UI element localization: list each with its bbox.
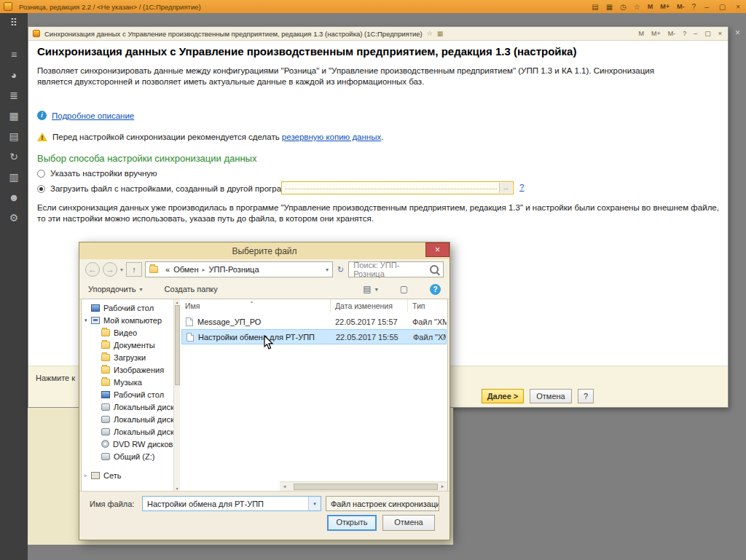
- tree-item-label: Сеть: [103, 471, 121, 480]
- breadcrumb-overflow[interactable]: «: [165, 265, 170, 274]
- new-folder-button[interactable]: Создать папку: [164, 285, 217, 293]
- memory-m-button[interactable]: М: [637, 30, 645, 37]
- view-mode-button[interactable]: ▤ ▾: [363, 284, 377, 294]
- backup-link[interactable]: резервную копию данных: [282, 133, 381, 141]
- tree-item[interactable]: Рабочий стол: [82, 388, 173, 401]
- settings-gear-icon[interactable]: ⚙: [7, 212, 20, 224]
- preview-pane-icon[interactable]: ▢: [400, 284, 408, 294]
- sync-icon[interactable]: ↻: [7, 151, 20, 162]
- user-icon[interactable]: ☻: [7, 192, 20, 203]
- minimize-window-button[interactable]: –: [703, 3, 710, 11]
- tree-item[interactable]: Документы: [82, 339, 173, 351]
- tree-expander-icon[interactable]: ▹: [85, 473, 91, 478]
- catalog-grid-icon[interactable]: ▦: [7, 110, 20, 122]
- address-dropdown-icon[interactable]: ▾: [326, 267, 329, 273]
- dialog-close-button[interactable]: ×: [425, 242, 449, 257]
- note-text: Если синхронизация данных уже производил…: [37, 202, 726, 224]
- forward-button[interactable]: →: [103, 262, 117, 277]
- file-row[interactable]: Настройки обмена для РТ-УПП22.05.2017 15…: [181, 329, 447, 344]
- tree-expander-icon[interactable]: ▾: [85, 318, 91, 323]
- search-input[interactable]: Поиск: УПП-Розница: [348, 261, 444, 277]
- close-window-button[interactable]: ×: [734, 3, 742, 11]
- tree-item[interactable]: Рабочий стол: [82, 301, 173, 314]
- close-window-button[interactable]: ×: [717, 30, 723, 37]
- memory-m-button[interactable]: М: [648, 3, 653, 10]
- details-link[interactable]: Подробное описание: [52, 111, 134, 120]
- calendar-icon[interactable]: ▦: [606, 3, 613, 11]
- favorites-star-icon[interactable]: ☆: [634, 3, 640, 11]
- memory-mplus-button[interactable]: М+: [650, 30, 662, 37]
- tree-scrollbar[interactable]: ▴ ▾: [173, 299, 180, 491]
- tree-item[interactable]: Общий (Z:): [82, 450, 173, 462]
- filename-combobox[interactable]: Настройки обмена для РТ-УПП ▾: [142, 496, 321, 511]
- open-button[interactable]: Открыть: [327, 515, 377, 531]
- tree-item[interactable]: Локальный диск: [82, 413, 173, 425]
- memory-mminus-button[interactable]: М-: [667, 30, 678, 37]
- chevron-down-icon[interactable]: ▾: [308, 497, 321, 510]
- column-header-type[interactable]: Тип: [408, 299, 447, 312]
- scroll-down-icon[interactable]: ▾: [176, 486, 178, 491]
- documents-list-icon[interactable]: ≣: [7, 90, 20, 101]
- field-help-link[interactable]: ?: [519, 183, 524, 192]
- browse-button[interactable]: ...: [499, 183, 512, 193]
- refresh-icon[interactable]: ↻: [336, 265, 345, 275]
- history-dropdown-icon[interactable]: ▾: [120, 267, 123, 273]
- tree-item[interactable]: Локальный диск: [82, 401, 173, 413]
- address-bar[interactable]: « Обмен ▸ УПП-Розница ▾: [145, 261, 333, 277]
- main-menu-icon[interactable]: ≡: [7, 49, 20, 60]
- sales-icon[interactable]: ▤: [7, 130, 20, 142]
- file-row[interactable]: Message_УП_РО22.05.2017 15:57Файл "XML": [181, 314, 447, 329]
- cancel-button[interactable]: Отмена: [530, 389, 572, 403]
- back-button[interactable]: ←: [85, 262, 100, 277]
- radio-option-load-file[interactable]: Загрузить файл с настройками, созданный …: [37, 184, 297, 193]
- tree-item[interactable]: Видео: [82, 326, 173, 339]
- reports-pie-icon[interactable]: ◕: [7, 69, 20, 81]
- column-header-date[interactable]: Дата изменения: [331, 299, 408, 312]
- radio-option-manual[interactable]: Указать настройки вручную: [37, 169, 157, 178]
- scroll-up-icon[interactable]: ▴: [176, 299, 178, 304]
- column-header-name[interactable]: Имя ▴: [181, 299, 331, 312]
- tree-item[interactable]: DVD RW дисков: [82, 438, 173, 450]
- help-icon[interactable]: ?: [681, 30, 688, 37]
- dialog-cancel-button[interactable]: Отмена: [382, 515, 435, 531]
- maximize-window-button[interactable]: ▢: [703, 30, 712, 37]
- tree-item[interactable]: Локальный диск: [82, 425, 173, 438]
- scroll-left-icon[interactable]: ◂: [280, 484, 289, 489]
- scrollbar-thumb[interactable]: [175, 305, 180, 385]
- breadcrumb-segment[interactable]: Обмен: [173, 265, 198, 274]
- tree-item[interactable]: Загрузки: [82, 351, 173, 363]
- memory-mminus-button[interactable]: М-: [677, 3, 685, 10]
- organize-menu-button[interactable]: Упорядочить ▾: [88, 285, 142, 293]
- file-type: Файл "XML": [408, 318, 447, 326]
- horizontal-scrollbar[interactable]: ◂ ▸: [280, 481, 447, 491]
- up-button[interactable]: ↑: [126, 262, 142, 277]
- tree-item[interactable]: Музыка: [82, 376, 173, 388]
- tree-item[interactable]: Изображения: [82, 363, 173, 376]
- tree-item[interactable]: ▾Мой компьютер: [82, 314, 173, 326]
- journal-icon[interactable]: ▥: [7, 171, 20, 183]
- grid-icon[interactable]: ▤: [592, 3, 598, 11]
- calendar-icon[interactable]: ▦: [437, 30, 444, 37]
- next-button[interactable]: Далее >: [482, 389, 524, 403]
- minimize-window-button[interactable]: –: [692, 30, 699, 37]
- breadcrumb-segment[interactable]: УПП-Розница: [209, 265, 259, 274]
- tree-item[interactable]: ▹Сеть: [82, 469, 173, 481]
- maximize-window-button[interactable]: ▢: [718, 3, 727, 11]
- dvd-icon: [101, 440, 109, 448]
- memory-mplus-button[interactable]: М+: [660, 3, 670, 10]
- help-icon[interactable]: ?: [692, 3, 696, 11]
- apps-grid-icon[interactable]: ⠿: [7, 17, 20, 28]
- radio-checked-icon[interactable]: [37, 185, 45, 193]
- scrollbar-thumb[interactable]: [294, 484, 438, 490]
- filetype-combobox[interactable]: Файл настроек синхронизаци ▾: [326, 496, 439, 511]
- mouse-cursor: [264, 335, 274, 350]
- disk-icon: [101, 428, 110, 435]
- clock-icon[interactable]: ◷: [620, 3, 627, 11]
- settings-file-path-input[interactable]: ...: [281, 181, 514, 194]
- favorites-star-icon[interactable]: ☆: [427, 30, 433, 37]
- help-button[interactable]: ?: [578, 389, 594, 403]
- scroll-right-icon[interactable]: ▸: [438, 484, 447, 489]
- radio-icon[interactable]: [37, 170, 45, 178]
- workspace-close-icon[interactable]: ×: [735, 28, 740, 38]
- dialog-help-icon[interactable]: ?: [430, 284, 441, 295]
